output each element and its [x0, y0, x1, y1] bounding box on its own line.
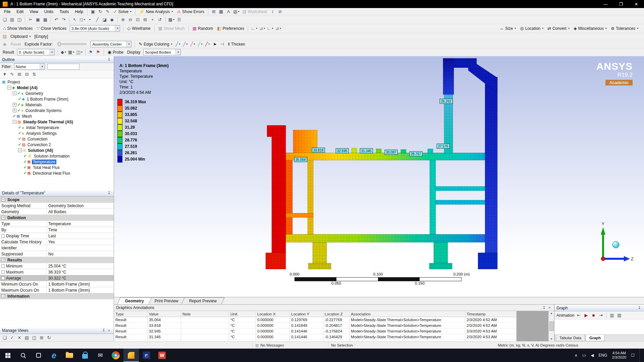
- edge-direction-icon-2[interactable]: ╱▾: [182, 41, 189, 48]
- name-filter-icon[interactable]: ✎: [9, 71, 15, 78]
- edge-direction-icon-5[interactable]: ╱▾: [204, 41, 211, 48]
- menu-file[interactable]: File: [1, 9, 13, 15]
- edge-filter-icon[interactable]: ╱: [94, 16, 101, 23]
- tolerances-dropdown[interactable]: ⊚Tolerances▾: [609, 25, 640, 32]
- temperature-probe-label[interactable]: 33.818: [312, 148, 325, 153]
- new-analysis-button[interactable]: ⚡New Analysis▾: [138, 8, 175, 15]
- temperature-probe-label[interactable]: 26.262: [440, 99, 453, 104]
- temperature-probe-label[interactable]: 30.087: [385, 150, 398, 155]
- rotate-icon[interactable]: ↺: [157, 16, 163, 23]
- ga-column-value[interactable]: Value: [148, 311, 181, 317]
- maximize-button[interactable]: ❐: [613, 0, 629, 8]
- zoom-box-icon[interactable]: ⊡: [135, 16, 141, 23]
- menu-edit[interactable]: Edit: [14, 9, 26, 15]
- annotation-cell[interactable]: -0.146429: [323, 334, 350, 340]
- graphics-viewport[interactable]: A: 1 Bottom Frame (3mm)TemperatureType: …: [114, 56, 644, 297]
- temperature-probe-label[interactable]: 27.576: [437, 144, 450, 149]
- taskbar-app-chrome[interactable]: [108, 349, 123, 362]
- action-center-icon[interactable]: ☐: [631, 353, 635, 358]
- edge-direction-icon-1[interactable]: ╱▾: [174, 41, 181, 48]
- annotation-cell[interactable]: 2/3/2020 4:53 AM: [465, 328, 517, 334]
- details-value[interactable]: Last: [47, 233, 114, 239]
- random-colors-toggle[interactable]: ▩Random: [191, 25, 215, 32]
- import-views-icon[interactable]: ⊞: [38, 335, 45, 341]
- annotation-icon[interactable]: A: [225, 8, 232, 15]
- tree-item-label[interactable]: Geometry: [24, 91, 44, 96]
- graph-plot-area[interactable]: [554, 319, 644, 335]
- slider-handle[interactable]: [58, 42, 60, 46]
- details-value[interactable]: 30.322 °C: [47, 275, 114, 281]
- annotation-cell[interactable]: °C: [229, 323, 256, 328]
- select-mode-icon[interactable]: ◻▾: [79, 16, 86, 23]
- scroll-down-icon[interactable]: ▼: [550, 338, 553, 341]
- tree-expand-toggle[interactable]: +: [13, 109, 16, 112]
- annotation-cell[interactable]: 0.000000: [256, 334, 290, 340]
- menu-help[interactable]: Help: [72, 9, 86, 15]
- chevron-down-icon[interactable]: ▾: [126, 41, 131, 47]
- align-icon[interactable]: ⊣: [219, 41, 225, 48]
- show-errors-button[interactable]: ⚠Show Errors: [175, 8, 206, 15]
- annotation-cell[interactable]: 31.345: [148, 334, 181, 340]
- annotation-tool-icon-2[interactable]: ⊿▾: [259, 25, 266, 32]
- chart-icon[interactable]: ▧▾: [232, 8, 240, 15]
- filter-input[interactable]: [47, 64, 79, 70]
- ga-column-note[interactable]: Note: [181, 311, 229, 317]
- tree-item-label[interactable]: Project: [6, 80, 21, 84]
- ga-column-timestamp[interactable]: Timestamp: [465, 311, 517, 317]
- update-icon[interactable]: ↻: [97, 8, 104, 15]
- graph-columns-icon[interactable]: ▥: [608, 312, 615, 319]
- scroll-up-icon[interactable]: ▲: [550, 312, 553, 315]
- animation-first-button[interactable]: ⇤: [575, 312, 582, 319]
- isometric-ball[interactable]: [612, 241, 619, 248]
- tree-item-label[interactable]: Mesh: [21, 114, 33, 119]
- annotations-scrollbar[interactable]: ▲ ▼: [548, 311, 554, 341]
- messages-status[interactable]: ▥ No Messages: [252, 342, 284, 349]
- taskbar-clock[interactable]: 4:54 AM 2/3/2020: [612, 351, 626, 360]
- ga-column-type[interactable]: Type: [114, 311, 148, 317]
- scale-display-icon[interactable]: ◆▾: [60, 49, 67, 56]
- animation-stop-button[interactable]: ■: [590, 312, 597, 319]
- expand-all-icon[interactable]: ⊞: [16, 71, 23, 78]
- annotation-cell[interactable]: °C: [229, 328, 256, 334]
- annotation-cell[interactable]: 33.818: [148, 323, 181, 328]
- apply-view-icon[interactable]: ✓: [9, 335, 15, 341]
- size-dropdown[interactable]: ↔Size▾: [498, 25, 518, 32]
- annotation-cell[interactable]: Model>Steady-State Thermal>Solution>Temp…: [350, 334, 465, 340]
- chevron-down-icon[interactable]: ▾: [175, 49, 180, 55]
- tree-item-label[interactable]: Steady-State Thermal (A5): [22, 120, 74, 124]
- save-views-icon[interactable]: ◫: [31, 335, 38, 341]
- face-filter-icon[interactable]: ◪: [101, 16, 108, 23]
- tree-expand-toggle[interactable]: −: [13, 120, 16, 124]
- details-value[interactable]: Temperature: [47, 221, 114, 227]
- tree-item-label[interactable]: Model (A4): [16, 85, 38, 90]
- chevron-down-icon[interactable]: ▾: [40, 64, 45, 69]
- preferences-button[interactable]: ◧Preferences: [215, 25, 246, 32]
- section-collapse-toggle[interactable]: −: [1, 198, 5, 201]
- new-file-icon[interactable]: ❏: [1, 16, 8, 23]
- annotation-cell[interactable]: [181, 328, 229, 334]
- details-value[interactable]: Time: [47, 227, 114, 233]
- redo-icon[interactable]: ↷: [60, 16, 67, 23]
- tree-item-label[interactable]: Total Heat Flux: [32, 165, 61, 170]
- tray-expand-icon[interactable]: ∧: [575, 353, 578, 358]
- annotation-cell[interactable]: -0.227769: [323, 317, 350, 323]
- tree-item-label[interactable]: Solution (A6): [27, 148, 54, 153]
- tab-tabular-data[interactable]: Tabular Data: [556, 335, 585, 341]
- contour-display-icon[interactable]: ▦▾: [67, 49, 75, 56]
- annotation-cell[interactable]: 0.000000: [256, 328, 290, 334]
- annotation-cell[interactable]: 0.141446: [290, 334, 323, 340]
- temperature-probe-label[interactable]: 35.064: [294, 157, 307, 162]
- clipboard-dropdown[interactable]: Clipboard▾: [9, 33, 32, 40]
- list-view-icon[interactable]: ☰: [176, 16, 182, 23]
- paste-icon[interactable]: ▩: [42, 16, 49, 23]
- edge-direction-icon-3[interactable]: ╱▾: [189, 41, 196, 48]
- tab-geometry[interactable]: Geometry: [117, 297, 152, 304]
- model-refresh-icon[interactable]: ▣: [90, 8, 96, 15]
- annotation-cell[interactable]: 0.141446: [290, 328, 323, 334]
- temperature-probe-label[interactable]: 31.345: [360, 148, 373, 154]
- details-value[interactable]: 1 Bottom Frame (3mm): [47, 281, 114, 287]
- checkbox[interactable]: [1, 277, 5, 280]
- taskbar-app-microsoft-edge[interactable]: e: [46, 349, 62, 362]
- annotation-cell[interactable]: Result: [114, 328, 148, 334]
- annotation-cell[interactable]: 32.595: [148, 328, 181, 334]
